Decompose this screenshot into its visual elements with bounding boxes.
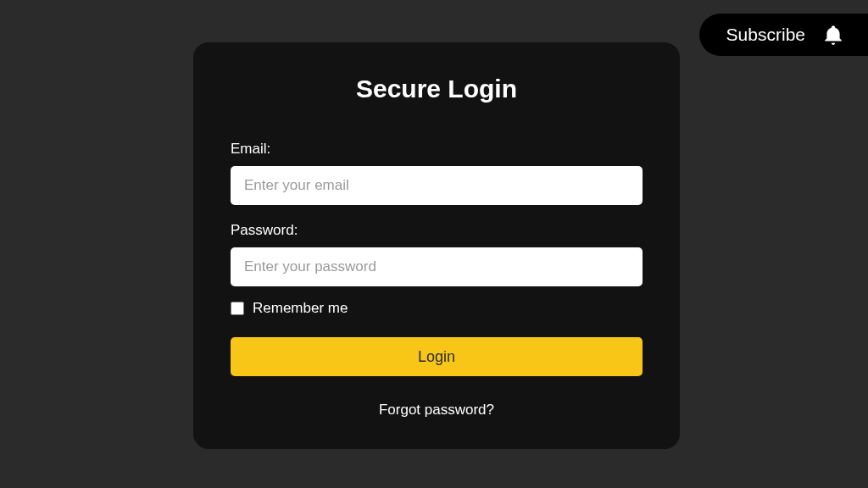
login-title: Secure Login	[231, 75, 643, 103]
remember-me-checkbox[interactable]	[231, 302, 244, 315]
subscribe-button[interactable]: Subscribe	[699, 14, 868, 56]
email-label: Email:	[231, 141, 643, 158]
login-button[interactable]: Login	[231, 337, 643, 376]
email-field[interactable]	[231, 166, 643, 205]
password-field[interactable]	[231, 247, 643, 286]
subscribe-label: Subscribe	[726, 25, 805, 45]
remember-me-row: Remember me	[231, 300, 643, 317]
remember-me-label[interactable]: Remember me	[253, 300, 348, 317]
login-card: Secure Login Email: Password: Remember m…	[193, 42, 680, 449]
bell-icon	[822, 24, 844, 46]
password-label: Password:	[231, 222, 643, 239]
forgot-password-link[interactable]: Forgot password?	[231, 402, 643, 419]
